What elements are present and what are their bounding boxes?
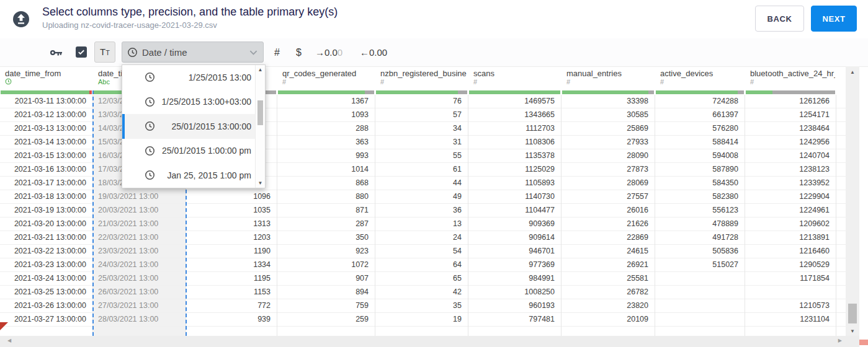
clock-icon: [145, 97, 155, 107]
table-cell: 35: [375, 299, 468, 313]
table-cell: 984991: [468, 272, 561, 286]
selected-column-left-border: [92, 90, 94, 336]
table-cell: 2021-03-24 13:00:00: [0, 272, 92, 286]
table-cell: 22/03/2021 13:00: [93, 231, 186, 245]
table-cell: 64: [375, 258, 468, 272]
date-format-option[interactable]: 1/25/2015 13:00+03:00: [122, 90, 265, 115]
date-format-label: 1/25/2015 13:00+03:00: [155, 97, 265, 107]
table-cell: 22869: [562, 231, 655, 245]
scroll-up-icon[interactable]: ▲: [846, 69, 859, 75]
scroll-left-icon[interactable]: ◀: [7, 338, 11, 343]
add-decimal-button[interactable]: →0.00: [315, 38, 342, 66]
table-cell: [836, 204, 846, 217]
scroll-up-icon[interactable]: ▲: [256, 67, 265, 72]
column-type-icon: #: [750, 78, 754, 86]
column-header[interactable]: nzbn_registered_busine: [380, 69, 467, 78]
table-cell: 868: [277, 177, 375, 190]
table-cell: [836, 272, 846, 286]
table-cell: [836, 136, 846, 149]
table-cell: 76: [375, 95, 468, 108]
dropdown-scrollbar[interactable]: ▲ ▼: [255, 65, 265, 188]
column-scans: scans#1469575134366511127031108306113537…: [468, 66, 562, 336]
table-cell: 1240704: [745, 149, 836, 163]
table-cell: 2021-03-13 13:00:00: [0, 122, 92, 136]
upload-icon: [12, 10, 30, 29]
table-cell: 2021-03-17 13:00:00: [0, 177, 92, 190]
next-button[interactable]: NEXT: [811, 6, 857, 32]
table-cell: 55: [375, 149, 468, 163]
table-cell: 1290529: [745, 258, 836, 272]
table-cell: [655, 272, 745, 286]
scroll-down-icon[interactable]: ▼: [256, 180, 265, 186]
column-header[interactable]: qr_codes_generated: [282, 69, 374, 78]
table-cell: 2021-03-27 13:00:00: [0, 313, 92, 327]
date-format-label: 1/25/2015 13:00: [155, 72, 265, 82]
date-format-option[interactable]: 1/25/2015 13:00: [122, 65, 265, 90]
page-title: Select columns type, precision, and the …: [42, 6, 338, 19]
table-cell: 30585: [562, 108, 655, 122]
table-cell: 1238123: [745, 163, 836, 177]
table-cell: 1254171: [745, 108, 836, 122]
number-type-button[interactable]: #: [274, 38, 280, 66]
table-cell: 24615: [562, 245, 655, 258]
column-header[interactable]: bluetooth_active_24_hr_: [750, 69, 835, 78]
table-cell: 2021-03-22 13:00:00: [0, 245, 92, 258]
table-cell: 923: [277, 245, 375, 258]
table-cell: 21626: [562, 217, 655, 231]
column-header[interactable]: manual_entries: [566, 69, 654, 78]
table-cell: 2021-03-18 13:00:00: [0, 190, 92, 204]
dropdown-scrollbar-thumb[interactable]: [257, 100, 263, 125]
table-cell: 1213891: [745, 231, 836, 245]
table-cell: 49: [375, 190, 468, 204]
table-cell: 584350: [655, 177, 745, 190]
table-cell: 26016: [562, 204, 655, 217]
table-cell: 797481: [468, 313, 561, 327]
table-cell: 20/03/2021 13:00: [93, 204, 186, 217]
date-format-option[interactable]: 25/01/2015 1:00:00 pm: [122, 139, 265, 164]
table-cell: 515027: [655, 258, 745, 272]
table-cell: [836, 149, 846, 163]
scroll-down-icon[interactable]: ▼: [846, 328, 859, 334]
table-cell: 259: [277, 313, 375, 327]
primary-key-icon[interactable]: [48, 38, 63, 66]
column-header[interactable]: scans: [473, 69, 560, 78]
table-cell: 19: [375, 313, 468, 327]
table-cell: 576280: [655, 122, 745, 136]
date-format-option[interactable]: 25/01/2015 13:00:00: [122, 114, 265, 139]
table-cell: 939: [186, 313, 277, 327]
table-cell: 23/03/2021 13:00: [93, 245, 186, 258]
table-cell: 24: [375, 231, 468, 245]
column-header[interactable]: active_devices: [660, 69, 744, 78]
table-cell: 1135378: [468, 149, 561, 163]
table-cell: 42: [375, 286, 468, 299]
table-cell: 363: [277, 136, 375, 149]
date-format-option[interactable]: Jan 25, 2015 1:00 pm: [122, 163, 265, 188]
scroll-right-icon[interactable]: ▶: [838, 338, 842, 343]
back-button[interactable]: BACK: [755, 6, 804, 32]
table-cell: 28069: [562, 177, 655, 190]
column-quality-bar: [469, 90, 560, 94]
table-cell: 61: [375, 163, 468, 177]
table-cell: 1233952: [745, 177, 836, 190]
table-cell-empty: [93, 327, 186, 336]
remove-decimal-button[interactable]: ←0.00: [360, 38, 387, 66]
horizontal-scrollbar[interactable]: ◀ ▶: [0, 336, 859, 347]
table-cell: 1224961: [745, 204, 836, 217]
currency-type-button[interactable]: $: [296, 38, 302, 66]
column-date_time_from: date_time_from2021-03-11 13:00:002021-03…: [0, 66, 93, 336]
row-corner-flag: [0, 322, 8, 330]
column-type-icon: #: [380, 78, 384, 86]
table-cell: 1014: [277, 163, 375, 177]
vertical-scrollbar-thumb[interactable]: [848, 304, 857, 323]
text-type-button[interactable]: TT: [94, 42, 115, 63]
column-header[interactable]: date_time_from: [5, 69, 92, 78]
table-cell-empty: [836, 327, 846, 336]
type-select[interactable]: Date / time: [122, 42, 264, 63]
column-type-icon: Abc: [98, 78, 110, 86]
column-qr_codes_generated: qr_codes_generated#136710932883639931014…: [277, 66, 375, 336]
column-nzbn_registered_busine: nzbn_registered_busine#76573431556144493…: [375, 66, 468, 336]
vertical-scrollbar[interactable]: ▲ ▼: [846, 66, 859, 336]
table-cell: [836, 190, 846, 204]
boolean-type-checkbox[interactable]: [76, 46, 87, 58]
chevron-down-icon: [249, 48, 258, 57]
